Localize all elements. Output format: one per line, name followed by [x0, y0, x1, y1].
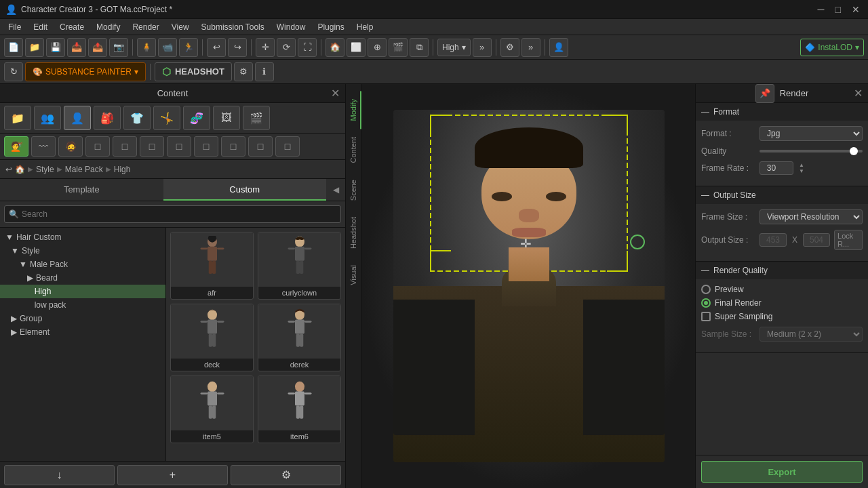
hair-btn[interactable]: 💇	[4, 136, 28, 157]
output-x-input[interactable]: 453	[760, 233, 787, 247]
menu-plugins[interactable]: Plugins	[312, 21, 349, 33]
material-icon-btn[interactable]: 🖼	[213, 106, 240, 130]
grid-item-5[interactable]: item5	[170, 375, 254, 443]
sub10-btn[interactable]: □	[248, 136, 273, 157]
render-panel-pin[interactable]: 📌	[755, 84, 774, 103]
people-icon-btn[interactable]: 👥	[34, 106, 61, 130]
menu-submission-tools[interactable]: Submission Tools	[196, 21, 270, 33]
sub8-btn[interactable]: □	[194, 136, 218, 157]
framesize-select[interactable]: Viewport Resolution	[760, 209, 863, 224]
transform-button[interactable]: ✛	[256, 38, 275, 57]
grid-item-derek[interactable]: derek	[258, 304, 341, 371]
open-button[interactable]: 📁	[25, 38, 44, 57]
expand-toolbar-button[interactable]: »	[473, 38, 492, 57]
menu-render[interactable]: Render	[127, 21, 164, 33]
search-input[interactable]	[22, 209, 336, 219]
menu-view[interactable]: View	[166, 21, 195, 33]
screenshot-button[interactable]: 📷	[109, 38, 128, 57]
tab-custom[interactable]: Custom	[163, 179, 327, 201]
framerate-up[interactable]: ▲	[799, 162, 804, 168]
import-button[interactable]: 📥	[67, 38, 86, 57]
accessories-icon-btn[interactable]: 🎒	[94, 106, 121, 130]
clone-button[interactable]: ⧉	[410, 38, 429, 57]
folder-icon-btn[interactable]: 📁	[4, 106, 31, 130]
side-tab-modify[interactable]: Modify	[347, 91, 361, 129]
person-button[interactable]: 🧍	[137, 38, 156, 57]
undo-button[interactable]: ↩	[207, 38, 226, 57]
output-y-input[interactable]: 504	[803, 233, 830, 247]
instalod-dropdown[interactable]: 🔷 InstaLOD ▾	[800, 39, 864, 56]
zoom-button[interactable]: ⊕	[368, 38, 387, 57]
side-tab-headshot[interactable]: Headshot	[347, 209, 361, 257]
sub11-btn[interactable]: □	[275, 136, 300, 157]
tree-beard[interactable]: ▶ Beard	[0, 271, 165, 285]
scale-button[interactable]: ⛶	[298, 38, 317, 57]
settings-button[interactable]: ⚙	[231, 465, 341, 485]
breadcrumb-back-icon[interactable]: ↩	[5, 165, 12, 174]
breadcrumb-home-icon[interactable]: 🏠	[15, 165, 25, 174]
headshot-button[interactable]: ⬡ HEADSHOT	[155, 62, 232, 81]
tree-malepack[interactable]: ▼ Male Pack	[0, 258, 165, 271]
final-render-radio[interactable]	[701, 298, 711, 308]
tab-collapse-btn[interactable]: ◀	[326, 179, 345, 201]
sub6-btn[interactable]: □	[140, 136, 164, 157]
frame-button[interactable]: ⬜	[347, 38, 366, 57]
samplesize-select[interactable]: Medium (2 x 2)	[760, 327, 863, 342]
tree-group[interactable]: ▶ Group	[0, 312, 165, 325]
export-button[interactable]: Export	[701, 461, 863, 483]
format-select[interactable]: Jpg	[760, 126, 863, 141]
grid-item-deck[interactable]: deck	[170, 304, 254, 371]
framerate-down[interactable]: ▼	[799, 168, 804, 174]
sub5-btn[interactable]: □	[113, 136, 137, 157]
morph-icon-btn[interactable]: 🧬	[183, 106, 210, 130]
menu-create[interactable]: Create	[54, 21, 90, 33]
grid-item-curlyclown[interactable]: curlyclown	[258, 232, 341, 300]
preview-radio[interactable]	[701, 285, 711, 294]
home-view-button[interactable]: 🏠	[326, 38, 344, 57]
render-quality-header[interactable]: — Render Quality	[696, 262, 868, 279]
rotate-button[interactable]: ⟳	[277, 38, 296, 57]
maximize-button[interactable]: □	[833, 4, 844, 15]
menu-window[interactable]: Window	[271, 21, 311, 33]
menu-file[interactable]: File	[3, 21, 26, 33]
scroll-down-button[interactable]: ↓	[4, 465, 115, 485]
rotate-mode-button[interactable]: ↻	[4, 62, 23, 81]
breadcrumb-high[interactable]: High	[114, 165, 131, 174]
render-output-header[interactable]: — Output Size	[696, 186, 868, 204]
physics-button[interactable]: ⚙	[500, 38, 519, 57]
menu-edit[interactable]: Edit	[28, 21, 53, 33]
substance-painter-button[interactable]: 🎨 SUBSTANCE PAINTER ▾	[25, 62, 146, 81]
expand-button-2[interactable]: »	[521, 38, 540, 57]
clothing-icon-btn[interactable]: 👕	[123, 106, 151, 130]
quality-slider[interactable]	[760, 150, 863, 152]
sub9-btn[interactable]: □	[221, 136, 245, 157]
side-tab-content[interactable]: Content	[347, 129, 361, 171]
new-button[interactable]: 📄	[4, 38, 23, 57]
close-button[interactable]: ✕	[849, 4, 863, 15]
grid-item-6[interactable]: item6	[258, 375, 341, 443]
menu-help[interactable]: Help	[351, 21, 379, 33]
tree-lowpack[interactable]: low pack	[0, 298, 165, 312]
tree-style[interactable]: ▼ Style	[0, 244, 165, 258]
camera-view-button[interactable]: 📹	[158, 38, 177, 57]
grid-item-afr[interactable]: afr	[170, 232, 254, 300]
side-tab-visual[interactable]: Visual	[347, 257, 361, 293]
sub4-btn[interactable]: □	[85, 136, 110, 157]
scene-icon-btn[interactable]: 🎬	[243, 106, 270, 130]
menu-modify[interactable]: Modify	[91, 21, 125, 33]
beard-btn[interactable]: 🧔	[58, 136, 83, 157]
export-icon-button[interactable]: 📤	[88, 38, 107, 57]
body-icon-btn[interactable]: 👤	[64, 106, 91, 130]
tree-high[interactable]: High	[0, 285, 165, 298]
breadcrumb-style[interactable]: Style	[36, 165, 54, 174]
motion-button[interactable]: 🏃	[179, 38, 198, 57]
breadcrumb-malepack[interactable]: Male Pack	[65, 165, 103, 174]
content-panel-close[interactable]: ✕	[331, 87, 340, 100]
eyebrow-btn[interactable]: 〰	[31, 136, 56, 157]
pose-icon-btn[interactable]: 🤸	[153, 106, 180, 130]
headshot-info-button[interactable]: ℹ	[255, 62, 274, 81]
add-button[interactable]: +	[117, 465, 228, 485]
render-format-header[interactable]: — Format	[696, 103, 868, 121]
render-panel-close[interactable]: ✕	[854, 87, 863, 100]
lock-ratio-btn[interactable]: Lock R...	[834, 230, 863, 250]
